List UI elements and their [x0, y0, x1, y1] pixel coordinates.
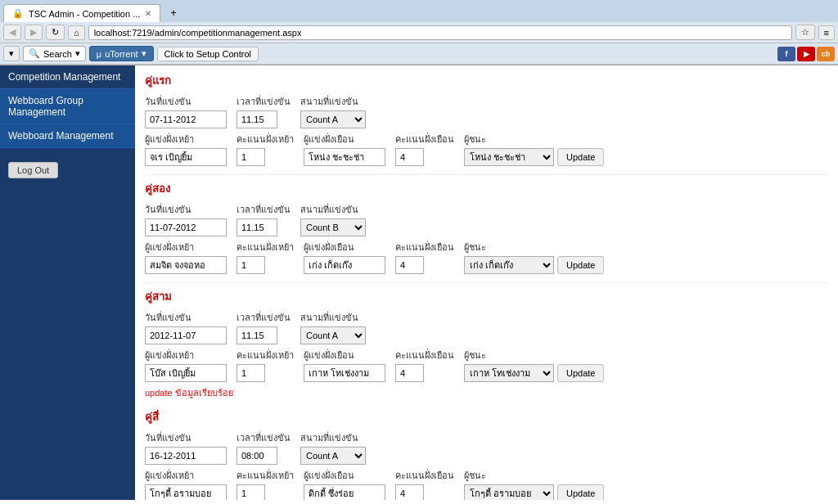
section-1-score1-input[interactable]	[237, 148, 265, 166]
forward-btn[interactable]: ▶	[25, 25, 43, 40]
section-2-player1-input[interactable]	[145, 256, 227, 274]
section-3-score2-input[interactable]	[395, 364, 424, 382]
section-2-winner-label: ผู้ชนะ	[464, 240, 604, 254]
section-1-player1-group: ผู้แข่งฝั่งเหย้า	[145, 132, 227, 166]
section-2-count-select[interactable]: Count A Count B Count C	[300, 218, 366, 236]
section-4-row1: วันที่แข่งขัน เวลาที่แข่งขัน สนามที่แข่ง…	[145, 430, 828, 465]
section-4-date-input[interactable]	[145, 447, 227, 465]
home-btn[interactable]: ⌂	[68, 25, 85, 40]
separator-1	[145, 174, 828, 175]
section-2-score2-group: คะแนนฝั่งเยือน	[395, 240, 454, 274]
sidebar-item-competition[interactable]: Competition Management	[0, 65, 135, 89]
menu-btn[interactable]: ≡	[818, 25, 835, 40]
section-2-date-input[interactable]	[145, 218, 227, 236]
section-3-date-input[interactable]	[145, 326, 227, 344]
section-4-time-group: เวลาที่แข่งขัน	[237, 430, 291, 465]
section-3-player2-input[interactable]	[304, 364, 385, 382]
star-btn[interactable]: ☆	[795, 25, 815, 40]
new-tab-btn[interactable]: +	[164, 3, 183, 22]
section-1-row2: ผู้แข่งฝั่งเหย้า คะแนนฝั่งเหย้า ผู้แข่งฝ…	[145, 132, 828, 166]
active-tab[interactable]: 🔒 TSC Admin - Competition ... ✕	[3, 4, 160, 22]
search-label: Search	[43, 49, 72, 59]
section-2-player2-input[interactable]	[304, 256, 385, 274]
facebook-icon[interactable]: f	[777, 47, 795, 61]
refresh-btn[interactable]: ↻	[46, 25, 65, 40]
section-2-score2-input[interactable]	[395, 256, 424, 274]
tab-title: TSC Admin - Competition ...	[29, 9, 140, 19]
tab-bar: 🔒 TSC Admin - Competition ... ✕ +	[0, 0, 838, 22]
section-4-score1-input[interactable]	[237, 484, 265, 500]
sidebar-item-webboard-group-label: Webboard Group Management	[8, 95, 83, 118]
address-bar[interactable]	[88, 25, 792, 40]
search-dropdown-icon[interactable]: ▾	[75, 48, 80, 59]
section-1-score2-label: คะแนนฝั่งเยือน	[395, 132, 454, 146]
section-4-time-input[interactable]	[237, 447, 277, 465]
tab-close-btn[interactable]: ✕	[145, 9, 151, 18]
section-1-player2-label: ผู้แข่งฝั่งเยือน	[304, 132, 385, 146]
section-2-score1-input[interactable]	[237, 256, 265, 274]
utorrent-btn[interactable]: μ uTorrent ▾	[89, 46, 154, 61]
section-3-time-group: เวลาที่แข่งขัน	[237, 310, 291, 344]
section-4-update-btn[interactable]: Update	[557, 484, 604, 500]
section-3-winner-group: ผู้ชนะ เกาห โทเช่งงาม โบ๊ส เบิญยิ้ม Upda…	[464, 348, 604, 382]
section-3-player1-input[interactable]	[145, 364, 227, 382]
section-4-score2-input[interactable]	[395, 484, 424, 500]
section-4-time-label: เวลาที่แข่งขัน	[237, 430, 291, 445]
sidebar-item-webboard[interactable]: Webboard Management	[0, 124, 135, 148]
section-4-score2-group: คะแนนฝั่งเยือน	[395, 468, 454, 500]
section-4: คู่สี่ วันที่แข่งขัน เวลาที่แข่งขัน สนาม…	[145, 408, 828, 500]
sidebar-toggle-btn[interactable]: ▾	[3, 46, 20, 61]
section-4-date-label: วันที่แข่งขัน	[145, 430, 227, 445]
section-3-player2-label: ผู้แข่งฝั่งเยือน	[304, 348, 385, 362]
setup-btn[interactable]: Click to Setup Control	[157, 47, 259, 61]
section-3-time-label: เวลาที่แข่งขัน	[237, 310, 291, 325]
section-3-time-input[interactable]	[237, 326, 277, 344]
cb-icon[interactable]: cb	[817, 47, 835, 61]
section-1-time-input[interactable]	[237, 110, 277, 128]
section-4-winner-select[interactable]: โกๆตี้ อรามบอย ดิกตี้ ซึ่งร่อย	[464, 484, 554, 500]
section-4-title: คู่สี่	[145, 408, 828, 425]
section-2-player1-group: ผู้แข่งฝั่งเหย้า	[145, 240, 227, 274]
section-2-score2-label: คะแนนฝั่งเยือน	[395, 240, 454, 254]
back-btn[interactable]: ◀	[3, 25, 21, 40]
section-2-update-btn[interactable]: Update	[557, 256, 604, 274]
section-1-date-input[interactable]	[145, 110, 227, 128]
section-2-venue-label: สนามที่แข่งขัน	[300, 202, 366, 217]
section-1-player1-label: ผู้แข่งฝั่งเหย้า	[145, 132, 227, 146]
section-2-time-input[interactable]	[237, 218, 277, 236]
section-3-venue-group: สนามที่แข่งขัน Count A Count B Count C	[300, 310, 366, 344]
nav-bar: ◀ ▶ ↻ ⌂ ☆ ≡	[0, 22, 838, 43]
section-2-winner-select[interactable]: เก่ง เก็ดเก๊ง สมจิต จงจอหอ	[464, 256, 554, 274]
section-2-score1-group: คะแนนฝั่งเหย้า	[237, 240, 294, 274]
section-1: คู่แรก วันที่แข่งขัน เวลาที่แข่งขัน สนาม…	[145, 72, 828, 166]
section-4-count-select[interactable]: Count A Count B Count C	[300, 447, 366, 465]
section-2-player2-group: ผู้แข่งฝั่งเยือน	[304, 240, 385, 274]
section-3-date-label: วันที่แข่งขัน	[145, 310, 227, 325]
section-3-score1-input[interactable]	[237, 364, 265, 382]
section-4-venue-group: สนามที่แข่งขัน Count A Count B Count C	[300, 430, 366, 465]
sidebar-item-webboard-label: Webboard Management	[8, 130, 114, 142]
section-4-venue-label: สนามที่แข่งขัน	[300, 430, 366, 445]
browser-chrome: 🔒 TSC Admin - Competition ... ✕ + ◀ ▶ ↻ …	[0, 0, 838, 65]
sidebar-item-webboard-group[interactable]: Webboard Group Management	[0, 89, 135, 124]
section-1-player1-input[interactable]	[145, 148, 227, 166]
section-1-score2-input[interactable]	[395, 148, 424, 166]
social-icons: f ▶ cb	[777, 47, 835, 61]
section-1-update-btn[interactable]: Update	[557, 148, 604, 166]
section-4-player2-input[interactable]	[304, 484, 385, 500]
tab-icon: 🔒	[12, 8, 24, 19]
section-3-winner-select[interactable]: เกาห โทเช่งงาม โบ๊ส เบิญยิ้ม	[464, 364, 554, 382]
section-1-count-select[interactable]: Count A Count B Count C	[300, 110, 366, 128]
section-3-row1: วันที่แข่งขัน เวลาที่แข่งขัน สนามที่แข่ง…	[145, 310, 828, 344]
section-4-winner-group: ผู้ชนะ โกๆตี้ อรามบอย ดิกตี้ ซึ่งร่อย Up…	[464, 468, 604, 500]
logout-btn[interactable]: Log Out	[8, 162, 58, 178]
section-3-count-select[interactable]: Count A Count B Count C	[300, 326, 366, 344]
section-3-update-btn[interactable]: Update	[557, 364, 604, 382]
section-4-player1-input[interactable]	[145, 484, 227, 500]
section-1-player2-input[interactable]	[304, 148, 385, 166]
section-1-winner-select[interactable]: โหน่ง ชะชะช่า จเร เบิญยิ้ม	[464, 148, 554, 166]
section-2-winner-group: ผู้ชนะ เก่ง เก็ดเก๊ง สมจิต จงจอหอ Update	[464, 240, 604, 274]
youtube-icon[interactable]: ▶	[797, 47, 815, 61]
section-4-winner-label: ผู้ชนะ	[464, 468, 604, 483]
section-4-row2: ผู้แข่งฝั่งเหย้า คะแนนฝั่งเหย้า ผู้แข่งฝ…	[145, 468, 828, 500]
